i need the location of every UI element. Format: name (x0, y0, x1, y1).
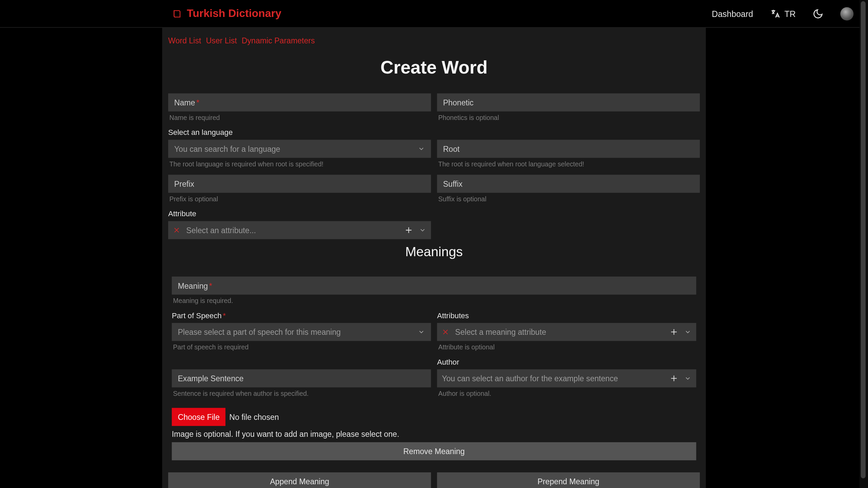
part-of-speech-select[interactable]: Please select a part of speech for this … (172, 323, 431, 341)
remove-meaning-button[interactable]: Remove Meaning (172, 442, 696, 460)
prefix-hint: Prefix is optional (170, 195, 431, 202)
main-panel: Word List User List Dynamic Parameters C… (162, 28, 706, 488)
plus-icon[interactable] (405, 226, 413, 235)
clear-icon[interactable] (173, 226, 180, 233)
plus-icon[interactable] (670, 328, 678, 336)
brand[interactable]: Turkish Dictionary (172, 7, 281, 20)
plus-icon[interactable] (670, 374, 678, 383)
language-switch[interactable]: TR (770, 8, 796, 19)
brand-text: Turkish Dictionary (187, 7, 281, 20)
language-code: TR (785, 9, 796, 18)
file-row: Choose File No file chosen (172, 408, 696, 426)
subnav-user-list[interactable]: User List (206, 36, 237, 45)
required-star: * (209, 281, 212, 290)
moon-icon (812, 8, 823, 19)
file-status: No file chosen (229, 412, 279, 422)
meaning-buttons-row: Append Meaning Prepend Meaning (162, 464, 706, 488)
attribute-placeholder: Select an attribute... (186, 226, 398, 235)
author-label: Author (437, 358, 696, 366)
language-hint: The root language is required when root … (170, 160, 431, 167)
prefix-field[interactable]: Prefix (168, 175, 431, 193)
sub-nav: Word List User List Dynamic Parameters (162, 28, 706, 45)
language-select[interactable]: You can search for a language (168, 140, 431, 158)
required-star: * (196, 98, 199, 107)
suffix-hint: Suffix is optional (438, 195, 700, 202)
phonetic-hint: Phonetics is optional (438, 114, 700, 121)
chevron-down-icon (418, 145, 425, 152)
root-field[interactable]: Root (437, 140, 700, 158)
name-label: Name (174, 98, 195, 107)
author-select[interactable]: You can select an author for the example… (437, 369, 696, 387)
example-sentence-field[interactable]: Example Sentence (172, 369, 431, 387)
pos-placeholder: Please select a part of speech for this … (178, 327, 340, 337)
nav-dashboard[interactable]: Dashboard (712, 9, 753, 18)
prepend-meaning-button[interactable]: Prepend Meaning (437, 472, 700, 488)
prefix-label: Prefix (174, 179, 194, 188)
example-hint: Sentence is required when author is spec… (173, 390, 431, 397)
book-icon (172, 9, 182, 18)
scrollbar-thumb[interactable] (861, 1, 866, 479)
chevron-down-icon[interactable] (684, 328, 691, 336)
top-bar: Turkish Dictionary Dashboard TR (0, 0, 868, 28)
suffix-field[interactable]: Suffix (437, 175, 700, 193)
meaning-field[interactable]: Meaning* (172, 277, 696, 294)
meaning-attributes-select[interactable]: Select a meaning attribute (437, 323, 696, 341)
clear-icon[interactable] (442, 328, 449, 336)
meaning-hint: Meaning is required. (173, 297, 696, 304)
pos-hint: Part of speech is required (173, 343, 431, 350)
page-title: Create Word (162, 57, 706, 78)
subnav-word-list[interactable]: Word List (168, 36, 201, 45)
choose-file-button[interactable]: Choose File (172, 408, 226, 426)
append-meaning-button[interactable]: Append Meaning (168, 472, 431, 488)
meaning-attributes-hint: Attribute is optional (438, 343, 696, 350)
root-hint: The root is required when root language … (438, 160, 700, 167)
chevron-down-icon[interactable] (419, 226, 426, 233)
topbar-right: Dashboard TR (712, 7, 853, 20)
meaning-attributes-label: Attributes (437, 311, 696, 320)
language-label: Select an language (168, 128, 431, 137)
suffix-label: Suffix (443, 179, 462, 188)
theme-toggle[interactable] (812, 8, 823, 19)
scrollbar[interactable] (860, 0, 868, 488)
avatar[interactable] (840, 7, 853, 20)
example-label: Example Sentence (178, 374, 243, 383)
meaning-label: Meaning (178, 281, 208, 290)
meaning-attributes-placeholder: Select a meaning attribute (455, 327, 664, 337)
translate-icon (770, 8, 781, 19)
meanings-title: Meanings (162, 244, 706, 260)
image-hint: Image is optional. If you want to add an… (172, 430, 696, 439)
author-hint: Author is optional. (438, 390, 696, 397)
attribute-label: Attribute (168, 210, 431, 218)
attribute-select[interactable]: Select an attribute... (168, 221, 431, 239)
phonetic-field[interactable]: Phonetic (437, 94, 700, 111)
name-hint: Name is required (170, 114, 431, 121)
meaning-card: Meaning* Meaning is required. Part of Sp… (166, 270, 702, 464)
subnav-dynamic-parameters[interactable]: Dynamic Parameters (242, 36, 315, 45)
language-placeholder: You can search for a language (174, 144, 280, 154)
word-form: Name* Name is required Phonetic Phonetic… (162, 94, 706, 239)
root-label: Root (443, 144, 460, 154)
author-placeholder: You can select an author for the example… (442, 374, 664, 383)
phonetic-label: Phonetic (443, 98, 474, 107)
pos-label: Part of Speech* (172, 311, 431, 320)
chevron-down-icon[interactable] (684, 375, 691, 382)
chevron-down-icon (418, 328, 425, 336)
name-field[interactable]: Name* (168, 94, 431, 111)
